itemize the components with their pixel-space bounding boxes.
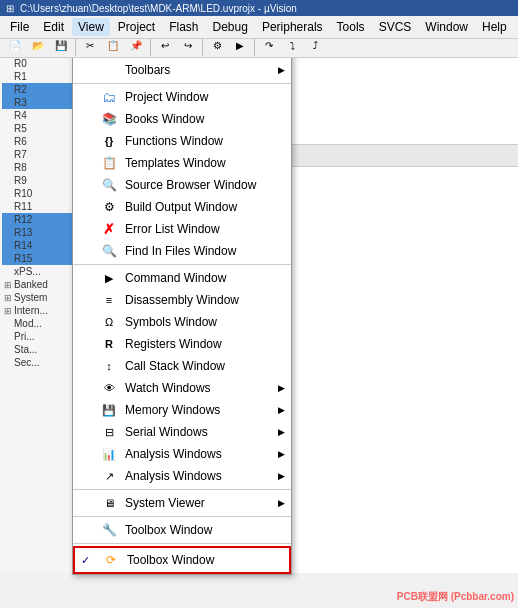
find-files-icon: 🔍 xyxy=(99,243,119,259)
reg-r7: R7 xyxy=(2,148,82,161)
tree-banked: ⊞ Banked xyxy=(2,278,82,291)
reg-r12: R12 xyxy=(2,213,82,226)
menu-flash[interactable]: Flash xyxy=(163,18,204,36)
trace-icon: ↗ xyxy=(99,468,119,484)
toolbar-build[interactable]: ⚙ xyxy=(206,35,228,57)
menu-item-error-list-window[interactable]: ✗ Error List Window xyxy=(73,218,291,240)
toolbar-save[interactable]: 💾 xyxy=(50,35,72,57)
menu-sep-2 xyxy=(73,264,291,265)
menu-debug[interactable]: Debug xyxy=(207,18,254,36)
menu-item-build-output-window[interactable]: ⚙ Build Output Window xyxy=(73,196,291,218)
templates-window-icon: 📋 xyxy=(99,155,119,171)
menu-item-watch-windows[interactable]: 👁 Watch Windows xyxy=(73,377,291,399)
reg-r5: R5 xyxy=(2,122,82,135)
watermark: PCB联盟网 (Pcbbar.com) xyxy=(397,590,514,604)
periodic-icon: ⟳ xyxy=(101,552,121,568)
toolbar-cut[interactable]: ✂ xyxy=(79,35,101,57)
reg-r3: R3 xyxy=(2,96,82,109)
reg-r2: R2 xyxy=(2,83,82,96)
menu-item-templates-window[interactable]: 📋 Templates Window xyxy=(73,152,291,174)
menu-item-books-window[interactable]: 📚 Books Window xyxy=(73,108,291,130)
reg-r14: R14 xyxy=(2,239,82,252)
menu-item-toolbars[interactable]: Toolbars xyxy=(73,59,291,81)
analysis-windows-icon: 📊 xyxy=(99,446,119,462)
watch-windows-icon: 👁 xyxy=(99,380,119,396)
toolbar-stepover[interactable]: ⤵ xyxy=(281,35,303,57)
menu-file[interactable]: File xyxy=(4,18,35,36)
view-menu[interactable]: ✓ Status Bar Toolbars 🗂 Project Window 📚… xyxy=(72,36,292,575)
toolbar-sep-1 xyxy=(75,36,76,56)
menu-peripherals[interactable]: Peripherals xyxy=(256,18,329,36)
toolbox-window-icon: 🔧 xyxy=(99,522,119,538)
tree-internal: ⊞ Intern... xyxy=(2,304,82,317)
menu-item-symbols-window[interactable]: Ω Symbols Window xyxy=(73,311,291,333)
menu-window[interactable]: Window xyxy=(419,18,474,36)
build-output-icon: ⚙ xyxy=(99,199,119,215)
menu-item-callstack-window[interactable]: ↕ Call Stack Window xyxy=(73,355,291,377)
menu-item-command-window[interactable]: ▶ Command Window xyxy=(73,267,291,289)
menu-item-toolbox-window[interactable]: 🔧 Toolbox Window xyxy=(73,519,291,541)
toolbar-row: 📄 📂 💾 ✂ 📋 📌 ↩ ↪ ⚙ ▶ ↷ ⤵ ⤴ xyxy=(0,34,518,58)
reg-r0: R0 xyxy=(2,57,82,70)
serial-windows-icon: ⊟ xyxy=(99,424,119,440)
memory-windows-icon: 💾 xyxy=(99,402,119,418)
reg-r1: R1 xyxy=(2,70,82,83)
menu-item-periodic-window-update[interactable]: ✓ ⟳ Toolbox Window xyxy=(73,546,291,574)
reg-r10: R10 xyxy=(2,187,82,200)
menu-item-trace[interactable]: ↗ Analysis Windows xyxy=(73,465,291,487)
menu-item-memory-windows[interactable]: 💾 Memory Windows xyxy=(73,399,291,421)
reg-r15: R15 xyxy=(2,252,82,265)
error-list-icon: ✗ xyxy=(99,221,119,237)
menu-sep-5 xyxy=(73,543,291,544)
toolbar-redo[interactable]: ↪ xyxy=(177,35,199,57)
reg-r13: R13 xyxy=(2,226,82,239)
menu-item-registers-window[interactable]: R Registers Window xyxy=(73,333,291,355)
toolbar-new[interactable]: 📄 xyxy=(4,35,26,57)
menu-item-project-window[interactable]: 🗂 Project Window xyxy=(73,86,291,108)
menu-item-analysis-windows[interactable]: 📊 Analysis Windows xyxy=(73,443,291,465)
source-browser-icon: 🔍 xyxy=(99,177,119,193)
title-text-top: C:\Users\zhuan\Desktop\test\MDK-ARM\LED.… xyxy=(20,3,297,14)
menu-edit[interactable]: Edit xyxy=(37,18,70,36)
toolbars-icon xyxy=(99,62,119,78)
symbols-window-icon: Ω xyxy=(99,314,119,330)
check-icon-periodic: ✓ xyxy=(81,554,97,567)
reg-r9: R9 xyxy=(2,174,82,187)
toolbar-sep-2 xyxy=(150,36,151,56)
callstack-window-icon: ↕ xyxy=(99,358,119,374)
tree-pri: Pri... xyxy=(2,330,82,343)
app-icon-top: ⊞ xyxy=(6,3,14,14)
command-window-icon: ▶ xyxy=(99,270,119,286)
toolbar-sep-4 xyxy=(254,36,255,56)
menu-help[interactable]: Help xyxy=(476,18,513,36)
menu-tools[interactable]: Tools xyxy=(331,18,371,36)
registers-window-icon: R xyxy=(99,336,119,352)
menu-item-functions-window[interactable]: {} Functions Window xyxy=(73,130,291,152)
toolbar-undo[interactable]: ↩ xyxy=(154,35,176,57)
toolbar-copy[interactable]: 📋 xyxy=(102,35,124,57)
project-window-icon: 🗂 xyxy=(99,89,119,105)
toolbar-sep-3 xyxy=(202,36,203,56)
disassembly-window-icon: ≡ xyxy=(99,292,119,308)
reg-r8: R8 xyxy=(2,161,82,174)
toolbar-step[interactable]: ↷ xyxy=(258,35,280,57)
toolbar-open[interactable]: 📂 xyxy=(27,35,49,57)
menu-item-serial-windows[interactable]: ⊟ Serial Windows xyxy=(73,421,291,443)
menu-item-find-files-window[interactable]: 🔍 Find In Files Window xyxy=(73,240,291,262)
menu-item-system-viewer[interactable]: 🖥 System Viewer xyxy=(73,492,291,514)
toolbar-stepout[interactable]: ⤴ xyxy=(304,35,326,57)
toolbar-debug[interactable]: ▶ xyxy=(229,35,251,57)
system-viewer-icon: 🖥 xyxy=(99,495,119,511)
menu-bar-rendered: File Edit View Project Flash Debug Perip… xyxy=(0,16,518,39)
toolbar-paste[interactable]: 📌 xyxy=(125,35,147,57)
menu-item-disassembly-window[interactable]: ≡ Disassembly Window xyxy=(73,289,291,311)
menu-svcs[interactable]: SVCS xyxy=(373,18,418,36)
menu-project[interactable]: Project xyxy=(112,18,161,36)
reg-xps: xPS... xyxy=(2,265,82,278)
menu-view[interactable]: View xyxy=(72,18,110,36)
menu-item-source-browser-window[interactable]: 🔍 Source Browser Window xyxy=(73,174,291,196)
tree-system: ⊞ System xyxy=(2,291,82,304)
books-window-icon: 📚 xyxy=(99,111,119,127)
tree-sta: Sta... xyxy=(2,343,82,356)
reg-r4: R4 xyxy=(2,109,82,122)
